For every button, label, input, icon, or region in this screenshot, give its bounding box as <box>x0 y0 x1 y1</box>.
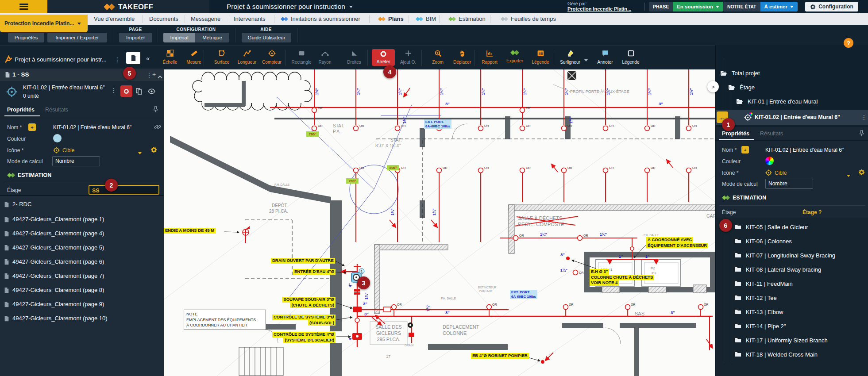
tab-resultats[interactable]: Résultats <box>760 130 783 137</box>
hamburger-menu-button[interactable] <box>0 0 47 13</box>
proprietes-button[interactable]: Propriétés <box>8 33 44 42</box>
tool-ajout-o[interactable]: Ajout O. <box>395 50 421 65</box>
sheet-row-page[interactable]: 49427-Gicleurs_Claremont (page 9) <box>0 297 164 311</box>
sheet-row-page[interactable]: 49427-Gicleurs_Claremont (page 5) <box>0 241 164 255</box>
mode-calcul-input[interactable]: Nombre <box>765 179 813 189</box>
kit-row[interactable]: KIT-07 | Longitudinal Sway Bracing <box>734 252 835 259</box>
sheet-row-page[interactable]: 49427-Gicleurs_Claremont (page 8) <box>0 283 164 297</box>
collapse-left-panel-icon[interactable]: « <box>146 54 150 62</box>
kit-row[interactable]: KIT-05 | Salle de Gicleur <box>734 223 808 230</box>
tree-item-kit01[interactable]: KIT-01 | Entrée d'eau Mural <box>736 98 818 105</box>
sheet-row-rdc[interactable]: 2- RDC <box>0 197 164 211</box>
kit-row[interactable]: KIT-13 | Elbow <box>734 308 783 315</box>
etage-input[interactable]: SS <box>89 185 159 195</box>
kit-row[interactable]: KIT-06 | Colonnes <box>734 238 792 245</box>
icone-dropdown-icon[interactable] <box>847 171 850 179</box>
imprimer-exporter-button[interactable]: Imprimer / Exporter <box>47 33 107 42</box>
state-value-dropdown[interactable]: À estimer <box>760 2 798 12</box>
managed-by-link[interactable]: Protection Incendie Platin... <box>567 6 631 12</box>
color-swatch[interactable] <box>53 134 62 142</box>
kit-row[interactable]: KIT-11 | FeedMain <box>734 280 793 287</box>
tab-plans-active[interactable]: Plans <box>378 13 404 25</box>
tool-zoom[interactable]: Zoom <box>425 50 451 65</box>
sheet-header-ss[interactable]: 1 - SS ⋮ + <box>0 69 164 81</box>
etage-value[interactable]: Étage ? <box>802 209 822 215</box>
collapse-icon[interactable] <box>158 73 162 81</box>
project-title-dropdown[interactable]: Projet à soumissionner pour instruction <box>227 0 353 13</box>
plan-canvas[interactable]: ¾" OROROROROROROROROROR OROR 1½" 1¼" 1¼"… <box>164 69 715 376</box>
help-button[interactable]: ? <box>844 38 853 48</box>
mode-calcul-input[interactable]: Nombre <box>52 156 100 166</box>
nom-value[interactable]: KIT-01.02 | Entrée d'eau Mural 6" <box>765 147 844 153</box>
company-dropdown[interactable]: Protection Incendie Platin... <box>0 15 88 32</box>
gear-icon[interactable] <box>150 146 157 153</box>
item-menu-icon[interactable]: ⋮ <box>111 87 117 94</box>
tab-resultats[interactable]: Résultats <box>45 107 68 113</box>
kit-row[interactable]: KIT-08 | Lateral Sway bracing <box>734 266 821 273</box>
item-menu-icon[interactable]: ⋮ <box>861 114 867 121</box>
tree-item-total-projet[interactable]: Total projet <box>720 69 760 77</box>
icone-value[interactable]: Cible <box>775 170 787 176</box>
tab-bim[interactable]: BIM <box>416 13 436 25</box>
tool-surface[interactable]: Surface <box>209 50 235 65</box>
tab-invitations[interactable]: Invitations à soumissionner <box>281 13 360 25</box>
tool-rectangle[interactable]: Rectangle <box>289 50 314 65</box>
tool-legende[interactable]: Légende <box>528 50 553 65</box>
nom-value[interactable]: KIT-01.02 | Entrée d'eau Mural 6" <box>53 124 131 130</box>
tool-legende-2[interactable]: Légende <box>618 50 644 65</box>
tab-estimation[interactable]: Estimation <box>448 13 486 25</box>
color-swatch[interactable] <box>765 157 774 165</box>
tool-arreter-active[interactable]: Arrêter <box>372 49 395 66</box>
takeoff-item[interactable]: KIT-01.02 | Entrée d'eau Mural 6" 0 unit… <box>0 81 164 103</box>
visibility-icon[interactable] <box>148 88 155 95</box>
page-list-button[interactable] <box>126 52 140 64</box>
tool-echelle[interactable]: Échelle <box>157 50 183 65</box>
tool-rapport[interactable]: Rapport <box>477 50 502 65</box>
tool-exporter[interactable]: Exporter <box>502 50 528 63</box>
tool-droites[interactable]: Droites <box>341 50 367 65</box>
icone-value[interactable]: Cible <box>62 147 74 153</box>
metrique-toggle[interactable]: Métrique <box>195 33 229 42</box>
sheet-row-page[interactable]: 49427-Gicleurs_Claremont (page 10) <box>0 311 164 326</box>
tab-proprietes-active[interactable]: Propriétés <box>722 130 749 137</box>
surligneur-dropdown-icon[interactable] <box>584 55 588 63</box>
sheet-menu-icon[interactable]: ⋮ <box>146 72 152 79</box>
tab-intervenants[interactable]: Intervenants <box>234 13 266 25</box>
tool-rayon[interactable]: Rayon <box>312 50 338 65</box>
tab-documents[interactable]: Documents <box>149 13 178 25</box>
sheet-row-page[interactable]: 49427-Gicleurs_Claremont (page 1) <box>0 212 164 226</box>
tool-deplacer[interactable]: Déplacer <box>449 50 475 65</box>
tree-item-kit0102-selected[interactable]: ← KIT-01.02 | Entrée d'eau Mural 6" ⋮ <box>716 110 868 125</box>
tab-vue-densemble[interactable]: Vue d'ensemble <box>94 13 135 25</box>
tab-feuilles-de-temps[interactable]: Feuilles de temps <box>501 13 556 25</box>
pin-panel-icon[interactable] <box>858 130 865 137</box>
kit-row[interactable]: KIT-12 | Tee <box>734 294 777 301</box>
kit-row[interactable]: KIT-18 | Welded Cross Main <box>734 351 818 358</box>
sheet-row-page[interactable]: 49427-Gicleurs_Claremont (page 7) <box>0 269 164 283</box>
left-panel-menu-icon[interactable]: ⋮ <box>114 56 120 63</box>
icone-dropdown-icon[interactable] <box>138 148 142 156</box>
imperial-toggle-selected[interactable]: Impérial <box>163 33 195 42</box>
tool-mesure[interactable]: Mesure <box>181 50 207 65</box>
note-icon[interactable]: + <box>28 123 36 131</box>
pin-panel-icon[interactable] <box>152 106 159 113</box>
tree-item-etage[interactable]: Étage <box>728 84 755 91</box>
kit-row[interactable]: KIT-17 | Uniformly Sized Branch <box>734 337 828 344</box>
phase-value-dropdown[interactable]: En soumission <box>673 2 723 12</box>
kit-row[interactable]: KIT-14 | Pipe 2" <box>734 322 786 330</box>
panel-expander-button[interactable]: > <box>707 81 719 92</box>
tab-proprietes-active[interactable]: Propriétés <box>7 107 35 113</box>
tool-longueur[interactable]: Longueur <box>234 50 260 65</box>
tool-compteur[interactable]: Compteur <box>259 50 285 65</box>
importer-button[interactable]: Importer <box>119 33 152 42</box>
link-icon[interactable] <box>154 123 161 130</box>
add-icon[interactable]: + <box>152 71 156 78</box>
record-stop-button[interactable] <box>120 85 132 97</box>
configuration-button[interactable]: Configuration <box>805 2 858 12</box>
sheet-row-page[interactable]: 49427-Gicleurs_Claremont (page 6) <box>0 255 164 269</box>
note-icon[interactable]: + <box>741 146 749 153</box>
tool-surligneur[interactable]: Surligneur <box>557 50 583 65</box>
guide-utilisateur-button[interactable]: Guide Utilisateur <box>242 33 291 42</box>
gear-icon[interactable] <box>858 169 865 176</box>
sheet-row-page[interactable]: 49427-Gicleurs_Claremont (page 4) <box>0 226 164 241</box>
